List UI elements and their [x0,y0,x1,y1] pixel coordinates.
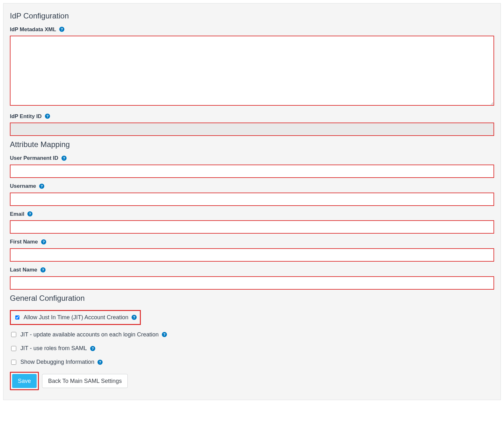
jit-update-row: JIT - update available accounts on each … [10,331,494,339]
idp-entity-id-label-row: IdP Entity ID ? [10,113,494,120]
user-permanent-id-label-row: User Permanent ID ? [10,154,494,162]
help-icon[interactable]: ? [61,156,67,161]
email-label-row: Email ? [10,210,494,218]
general-configuration-title: General Configuration [10,293,494,304]
attribute-mapping-title: Attribute Mapping [10,139,494,150]
user-permanent-id-input[interactable] [10,165,494,178]
jit-allow-checkbox[interactable] [15,315,19,320]
idp-metadata-label: IdP Metadata XML [10,26,56,33]
help-icon[interactable]: ? [40,267,46,272]
idp-metadata-label-row: IdP Metadata XML ? [10,26,494,33]
svg-text:?: ? [29,212,31,216]
idp-config-panel: IdP Configuration IdP Metadata XML ? IdP… [3,3,501,400]
jit-update-checkbox[interactable] [11,332,16,337]
last-name-label-row: Last Name ? [10,266,494,274]
idp-entity-id-input[interactable] [10,123,494,136]
idp-configuration-title: IdP Configuration [10,11,494,21]
user-permanent-id-label: User Permanent ID [10,154,58,162]
svg-text:?: ? [61,27,63,31]
help-icon[interactable]: ? [90,346,95,351]
last-name-label: Last Name [10,266,37,274]
help-icon[interactable]: ? [41,239,46,244]
jit-update-label: JIT - update available accounts on each … [20,331,159,339]
svg-text:?: ? [46,114,48,118]
help-icon[interactable]: ? [27,211,32,216]
jit-roles-checkbox[interactable] [11,346,16,351]
back-button[interactable]: Back To Main SAML Settings [42,374,128,388]
idp-metadata-textarea[interactable] [10,36,494,106]
username-label: Username [10,182,36,190]
jit-allow-highlight: Allow Just In Time (JIT) Account Creatio… [10,310,141,325]
button-row: Save Back To Main SAML Settings [10,372,494,390]
username-input[interactable] [10,193,494,206]
help-icon[interactable]: ? [59,27,64,32]
save-button[interactable]: Save [12,374,37,388]
svg-text:?: ? [163,333,166,336]
first-name-label: First Name [10,238,38,246]
save-button-highlight: Save [10,372,39,390]
jit-allow-label: Allow Just In Time (JIT) Account Creatio… [24,314,128,321]
svg-text:?: ? [99,360,101,364]
debug-label: Show Debugging Information [20,358,94,366]
debug-checkbox[interactable] [11,360,16,365]
help-icon[interactable]: ? [132,315,137,320]
svg-text:?: ? [63,156,65,160]
svg-text:?: ? [41,184,43,188]
svg-text:?: ? [133,315,135,319]
last-name-input[interactable] [10,276,494,290]
jit-roles-row: JIT - use roles from SAML ? [10,344,494,352]
svg-text:?: ? [43,240,45,244]
first-name-label-row: First Name ? [10,238,494,246]
debug-row: Show Debugging Information ? [10,358,494,366]
jit-roles-label: JIT - use roles from SAML [20,344,87,352]
idp-entity-id-label: IdP Entity ID [10,113,42,120]
help-icon[interactable]: ? [97,360,103,365]
first-name-input[interactable] [10,248,494,262]
help-icon[interactable]: ? [162,332,167,337]
help-icon[interactable]: ? [39,184,44,189]
help-icon[interactable]: ? [45,114,50,119]
svg-text:?: ? [91,347,94,350]
email-input[interactable] [10,220,494,234]
email-label: Email [10,210,24,218]
svg-text:?: ? [42,268,44,272]
username-label-row: Username ? [10,182,494,190]
